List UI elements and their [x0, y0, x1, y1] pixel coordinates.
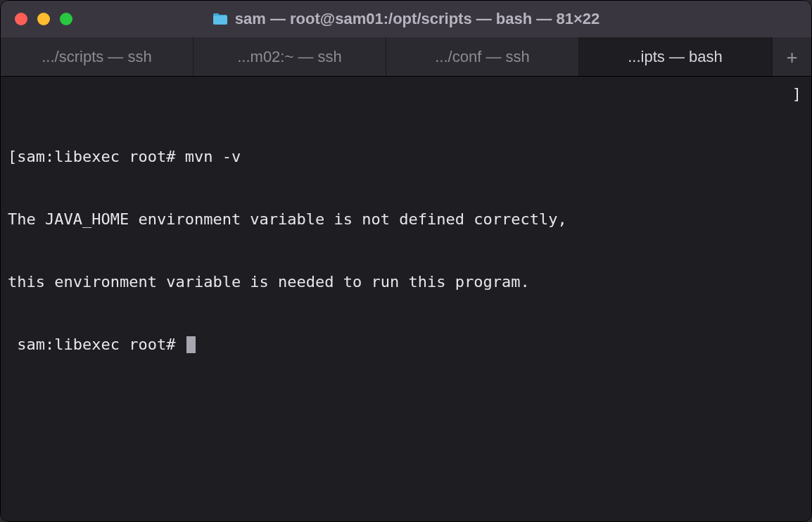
svg-rect-0 [213, 16, 227, 25]
fullscreen-button[interactable] [60, 13, 72, 25]
plus-icon: + [787, 46, 798, 68]
tab-conf-ssh[interactable]: .../conf — ssh [386, 37, 579, 76]
terminal-window: sam — root@sam01:/opt/scripts — bash — 8… [0, 0, 812, 522]
tab-m02-ssh[interactable]: ...m02:~ — ssh [194, 37, 386, 76]
cursor [186, 336, 196, 353]
tab-scripts-ssh[interactable]: .../scripts — ssh [1, 37, 194, 76]
tab-ipts-bash[interactable]: ...ipts — bash [579, 37, 772, 76]
tab-label: ...ipts — bash [628, 48, 723, 66]
new-tab-button[interactable]: + [772, 37, 811, 76]
terminal-line: [sam:libexec root# mvn -v [8, 146, 804, 167]
terminal-prompt-line: sam:libexec root# [8, 334, 804, 355]
tabbar: .../scripts — ssh ...m02:~ — ssh .../con… [1, 37, 811, 77]
right-bracket: ] [792, 84, 801, 105]
tab-label: .../scripts — ssh [42, 48, 151, 66]
close-button[interactable] [15, 13, 27, 25]
folder-icon [212, 13, 228, 25]
minimize-button[interactable] [37, 13, 50, 25]
traffic-lights [15, 13, 72, 25]
terminal-content[interactable]: ] [sam:libexec root# mvn -v The JAVA_HOM… [1, 77, 811, 521]
tab-label: .../conf — ssh [435, 48, 530, 66]
terminal-line: The JAVA_HOME environment variable is no… [8, 209, 804, 230]
terminal-line: this environment variable is needed to r… [8, 272, 804, 293]
tab-label: ...m02:~ — ssh [237, 48, 342, 66]
terminal-prompt-text: sam:libexec root# [8, 336, 185, 353]
titlebar[interactable]: sam — root@sam01:/opt/scripts — bash — 8… [1, 1, 811, 37]
title-wrap: sam — root@sam01:/opt/scripts — bash — 8… [1, 10, 811, 28]
window-title: sam — root@sam01:/opt/scripts — bash — 8… [235, 10, 600, 28]
